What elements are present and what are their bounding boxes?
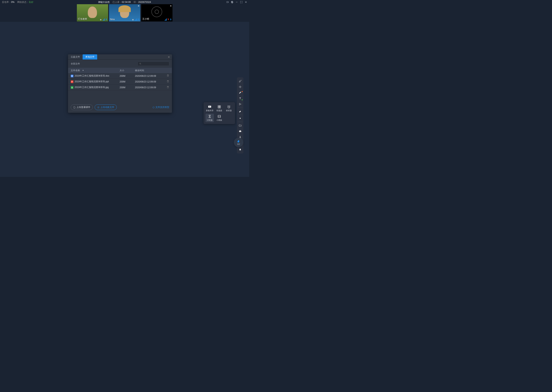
search-input[interactable] (143, 63, 167, 65)
session-id: ID：2020070324 (134, 0, 151, 4)
avatar-placeholder (88, 7, 97, 18)
video-close-icon[interactable]: ✕ (170, 5, 172, 7)
file-row[interactable]: W2019年工作汇报情况查询等等.doc 200M 2020/06/23 12:… (68, 73, 172, 79)
delete-icon[interactable] (167, 80, 169, 83)
upload-animated-button[interactable]: 上传动效文件 (95, 105, 117, 110)
pen-tool[interactable] (237, 90, 243, 95)
course-name: 神秘大自然 (98, 0, 110, 4)
mic-on-icon (138, 18, 139, 21)
tab-cloud-files[interactable]: 云盘文件 (68, 54, 83, 60)
file-name: 2019年工作汇报情况查询等等.ppt (74, 80, 109, 83)
file-name: 2019年工作汇报情况查询等等.doc (74, 74, 109, 77)
scissors-tool[interactable] (237, 101, 243, 107)
svg-point-2 (101, 20, 101, 20)
answer-grid-icon (217, 105, 221, 109)
tab-local-files[interactable]: 本地文件 (83, 54, 97, 60)
timer-button[interactable]: 计时器 (205, 114, 214, 122)
video-strip: 叮当老师 ✕ Nina ✕ 王小明 (0, 4, 249, 22)
svg-point-22 (239, 103, 240, 104)
file-time: 2020/06/23 12:09:09 (135, 75, 163, 77)
file-table-header: 文件名称▼ 大小 修改时间 (68, 68, 172, 73)
rush-answer-button[interactable]: 抢答器 (225, 104, 233, 112)
camera-on-icon (100, 19, 102, 21)
delete-icon[interactable] (167, 74, 169, 77)
svg-rect-15 (218, 107, 219, 108)
document-icon (73, 106, 75, 109)
settings-icon[interactable] (231, 1, 233, 3)
svg-point-27 (240, 136, 240, 137)
status-bar: 丢包率：0% 网络状态：良好 神秘大自然 已上课：02:34:09 ID：202… (0, 0, 249, 4)
delete-icon[interactable] (167, 86, 169, 88)
column-time[interactable]: 修改时间 (135, 69, 163, 72)
play-circle-icon (97, 106, 100, 109)
info-icon (152, 106, 155, 109)
main-canvas: 云盘文件 本地文件 ✕ 全部文件 文件名称▼ 大小 修改时间 W2019年工作汇… (0, 22, 249, 177)
mic-on-icon (105, 18, 107, 21)
search-icon (139, 63, 141, 65)
svg-rect-25 (239, 131, 241, 132)
alarm-clock-icon (227, 105, 231, 109)
folder-tool[interactable] (237, 123, 243, 128)
search-box[interactable] (138, 62, 169, 66)
video-name: Nina (110, 18, 115, 21)
video-close-icon[interactable]: ✕ (138, 5, 139, 7)
file-size: 200M (120, 80, 135, 83)
color-picker-tool[interactable] (237, 116, 243, 121)
fullscreen-icon[interactable] (240, 1, 243, 3)
video-tile-student[interactable]: ✕ Nina (109, 4, 140, 21)
hand-raise-button[interactable]: 0/2 (234, 138, 243, 147)
laser-pointer-tool[interactable] (237, 78, 243, 84)
column-name[interactable]: 文件名称▼ (71, 69, 120, 72)
sort-caret-icon: ▼ (82, 70, 84, 71)
svg-text:T: T (240, 97, 241, 100)
tool-popup: 屏幕共享 答题器 抢答器 计时器 2+3 小黑板 (203, 102, 235, 124)
svg-rect-6 (138, 19, 139, 20)
camera-on-icon (132, 19, 134, 21)
video-name: 王小明 (142, 17, 149, 21)
mini-blackboard-button[interactable]: 2+3 小黑板 (215, 114, 224, 122)
avatar-placeholder (120, 7, 129, 18)
video-name: 叮当老师 (78, 17, 87, 21)
text-tool[interactable]: T (237, 96, 243, 101)
hand-count: 0/2 (237, 143, 240, 145)
video-indicators (132, 18, 139, 21)
file-time: 2020/06/23 12:09:09 (135, 80, 163, 83)
move-tool[interactable] (237, 84, 243, 90)
dialog-close-icon[interactable]: ✕ (168, 56, 170, 59)
bell-tool[interactable] (237, 147, 243, 152)
file-type-image-icon: ▲ (71, 86, 73, 89)
video-tile-student[interactable]: ✕ 王小明 (141, 4, 173, 21)
eraser-tool[interactable] (237, 109, 243, 114)
file-row[interactable]: ▲2019年工作汇报情况查询等等.jpg 200M 2020/06/23 12:… (68, 84, 172, 90)
hand-icon (237, 140, 240, 143)
column-size[interactable]: 大小 (120, 69, 135, 72)
answer-tool-button[interactable]: 答题器 (215, 104, 224, 112)
svg-rect-8 (170, 19, 171, 20)
file-types-link[interactable]: 文件支持类型 (152, 106, 169, 109)
hourglass-icon (208, 114, 212, 118)
video-tile-teacher[interactable]: 叮当老师 (77, 4, 108, 21)
math-board-icon: 2+3 (217, 114, 221, 118)
close-icon[interactable] (245, 1, 247, 3)
camera-off-icon (152, 6, 162, 17)
file-name: 2019年工作汇报情况查询等等.jpg (74, 86, 109, 89)
svg-point-9 (140, 63, 141, 64)
file-size: 200M (120, 86, 135, 89)
file-table: 文件名称▼ 大小 修改时间 W2019年工作汇报情况查询等等.doc 200M … (68, 68, 172, 90)
screen-share-button[interactable]: 屏幕共享 (205, 104, 214, 112)
svg-rect-26 (240, 130, 240, 131)
upload-normal-button[interactable]: 上传普通课件 (71, 105, 93, 110)
file-row[interactable]: P2019年工作汇报情况查询等等.ppt 200M 2020/06/23 12:… (68, 79, 172, 84)
dialog-footer: 上传普通课件 上传动效文件 文件支持类型 (68, 102, 172, 113)
file-size: 200M (120, 75, 135, 77)
svg-rect-14 (219, 105, 221, 107)
toolbox-tool[interactable] (237, 128, 243, 134)
elapsed-time: 已上课：02:34:09 (113, 0, 131, 4)
svg-rect-0 (236, 2, 238, 2)
network-status: 网络状态：良好 (17, 0, 33, 4)
file-time: 2020/06/23 12:09:09 (135, 86, 163, 89)
svg-text:2+3: 2+3 (218, 116, 220, 117)
minimize-icon[interactable] (235, 1, 238, 3)
camera-switch-icon[interactable] (226, 1, 229, 3)
mic-on-icon (170, 18, 172, 21)
